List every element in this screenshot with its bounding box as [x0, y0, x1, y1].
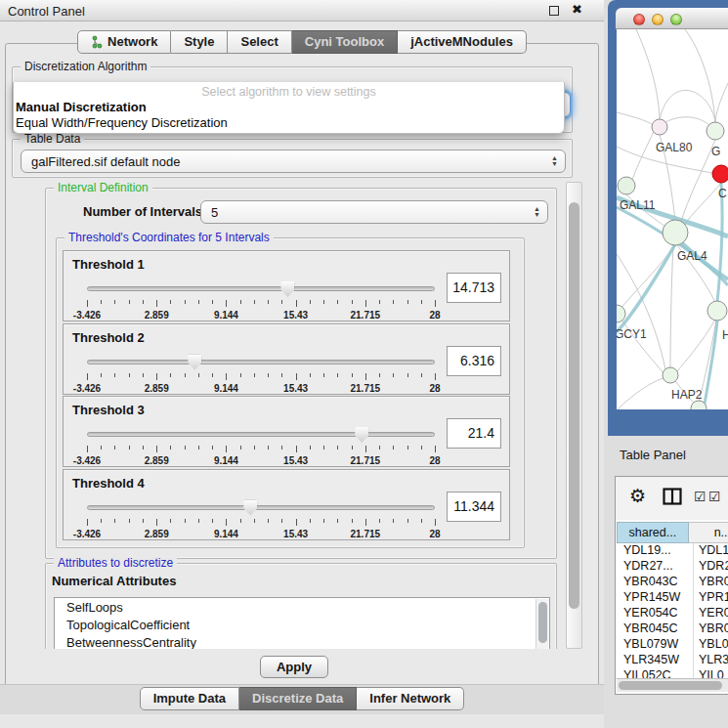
- tick-mark: [185, 300, 186, 304]
- threshold-value-field[interactable]: 6.316: [447, 346, 501, 376]
- network-graph: GAL80GCGAL11GAL4GCY1HHAP2: [617, 29, 728, 409]
- tick-mark: [310, 373, 311, 377]
- tick-label: 21.715: [351, 310, 381, 321]
- tick-mark: [281, 300, 282, 304]
- attributes-scrollbar[interactable]: [535, 599, 548, 649]
- tab-network[interactable]: Network: [77, 30, 171, 54]
- settings-scroll-area: Interval Definition Number of Intervals …: [8, 182, 565, 649]
- tick-mark: [87, 519, 88, 526]
- column-header-shared[interactable]: shared...: [617, 522, 689, 543]
- table-row[interactable]: YBR045CYBR0: [617, 621, 728, 637]
- attributes-scrollbar-thumb[interactable]: [538, 602, 547, 643]
- tick-mark: [296, 300, 297, 307]
- slider-thumb[interactable]: [355, 427, 368, 443]
- table-row[interactable]: YBR043CYBR0: [617, 575, 728, 590]
- network-node-gcy1[interactable]: [617, 305, 625, 322]
- slider-track[interactable]: [87, 360, 435, 364]
- tab-jactivemnodules[interactable]: jActiveMNodules: [398, 30, 527, 54]
- tick-mark: [143, 519, 144, 523]
- tab-label: Select: [240, 31, 278, 53]
- tick-mark: [281, 373, 282, 377]
- network-node-c[interactable]: [712, 165, 728, 183]
- number-of-intervals-select[interactable]: 5 ▲▼: [200, 200, 548, 224]
- attribute-item-betweennesscentrality[interactable]: BetweennessCentrality: [55, 633, 549, 649]
- threshold-slider[interactable]: -3.4262.8599.14415.4321.71528: [87, 426, 435, 465]
- attribute-item-selfloops[interactable]: SelfLoops: [55, 598, 549, 616]
- numerical-attributes-list[interactable]: SelfLoopsTopologicalCoefficientBetweenne…: [54, 597, 550, 649]
- float-window-icon[interactable]: [549, 6, 559, 16]
- threshold-slider[interactable]: -3.4262.8599.14415.4321.71528: [87, 354, 435, 393]
- settings-scrollbar-thumb[interactable]: [569, 202, 579, 609]
- stepper-arrows-icon: ▲▼: [551, 155, 558, 167]
- minimize-traffic-light-icon[interactable]: [652, 14, 664, 25]
- slider-thumb[interactable]: [280, 281, 294, 297]
- threshold-value-field[interactable]: 21.4: [447, 418, 501, 449]
- table-row[interactable]: YDL19...YDL1: [617, 543, 728, 559]
- threshold-value-field[interactable]: 11.344: [447, 492, 501, 522]
- slider-track[interactable]: [87, 286, 435, 291]
- tab-impute-data[interactable]: Impute Data: [140, 687, 239, 710]
- threshold-slider[interactable]: -3.4262.8599.14415.4321.71528: [87, 280, 435, 320]
- tick-mark: [240, 519, 241, 523]
- table-row[interactable]: YPR145WYPR1: [617, 590, 728, 606]
- network-node-g[interactable]: [707, 122, 724, 140]
- table-row[interactable]: YDR27...YDR2: [617, 559, 728, 575]
- threshold-value-field[interactable]: 14.713: [447, 273, 501, 303]
- cell-name: YBR0: [699, 621, 728, 635]
- settings-vertical-scrollbar[interactable]: [566, 182, 582, 649]
- slider-thumb[interactable]: [243, 500, 257, 516]
- tick-mark: [198, 373, 199, 377]
- tab-cyni-toolbox[interactable]: Cyni Toolbox: [292, 30, 398, 54]
- tick-mark: [240, 446, 241, 450]
- tick-mark: [379, 300, 380, 304]
- tick-mark: [310, 300, 311, 304]
- tick-mark: [240, 300, 241, 304]
- network-node-gal80[interactable]: [652, 119, 667, 135]
- table-hscrollbar-thumb[interactable]: [619, 681, 722, 690]
- tab-infer-network[interactable]: Infer Network: [357, 687, 464, 710]
- tab-style[interactable]: Style: [171, 30, 228, 54]
- cell-name: YBR0: [699, 575, 728, 588]
- tick-mark: [101, 446, 102, 450]
- tab-select[interactable]: Select: [228, 30, 291, 54]
- slider-thumb[interactable]: [188, 355, 201, 370]
- tick-mark: [337, 300, 338, 304]
- cell-shared-name: YDL19...: [623, 543, 671, 557]
- network-node-h[interactable]: [707, 301, 727, 321]
- tick-label: -3.426: [73, 529, 101, 539]
- table-row[interactable]: YLR345WYLR3: [617, 653, 728, 668]
- tick-mark: [254, 519, 255, 523]
- table-horizontal-scrollbar[interactable]: [617, 678, 728, 692]
- network-node-gal4[interactable]: [663, 220, 688, 245]
- table-data-select[interactable]: galFiltered.sif default node ▲▼: [21, 150, 566, 173]
- tab-discretize-data[interactable]: Discretize Data: [239, 687, 357, 710]
- threshold-slider[interactable]: -3.4262.8599.14415.4321.71528: [87, 499, 435, 538]
- network-node-gal11[interactable]: [618, 177, 635, 194]
- gear-icon[interactable]: ⚙: [629, 485, 646, 507]
- network-node-hap2[interactable]: [663, 367, 678, 383]
- algorithm-option-manual-discretization[interactable]: Manual Discretization: [16, 100, 555, 114]
- close-icon[interactable]: ✖: [572, 2, 582, 17]
- slider-track[interactable]: [87, 432, 435, 437]
- cell-shared-name: YDR27...: [623, 559, 673, 573]
- attribute-item-topologicalcoefficient[interactable]: TopologicalCoefficient: [55, 616, 549, 633]
- checked-checkbox-icon[interactable]: ☑: [694, 489, 707, 504]
- tick-mark: [435, 446, 436, 452]
- slider-track[interactable]: [87, 505, 435, 510]
- table-panel-title: Table Panel: [620, 448, 686, 462]
- table-row[interactable]: YIL052CYIL0: [617, 668, 728, 678]
- table-row[interactable]: YER054CYER0: [617, 606, 728, 621]
- table-row[interactable]: YBL079WYBL0: [617, 637, 728, 653]
- column-header-name[interactable]: n...: [689, 522, 728, 543]
- close-traffic-light-icon[interactable]: [633, 14, 645, 25]
- network-canvas[interactable]: GAL80GCGAL11GAL4GCY1HHAP2: [617, 29, 728, 409]
- apply-button[interactable]: Apply: [260, 656, 328, 678]
- algorithm-option-equal-width-frequency-discretization[interactable]: Equal Width/Frequency Discretization: [16, 115, 555, 130]
- split-columns-icon[interactable]: [663, 488, 682, 505]
- tick-mark: [310, 519, 311, 523]
- threshold-panel-3: Threshold 3-3.4262.8599.14415.4321.71528…: [63, 396, 510, 467]
- zoom-traffic-light-icon[interactable]: [670, 14, 682, 25]
- tick-mark: [365, 519, 366, 526]
- checked-checkbox-icon[interactable]: ☑: [708, 489, 721, 504]
- tick-label: 2.859: [145, 310, 169, 321]
